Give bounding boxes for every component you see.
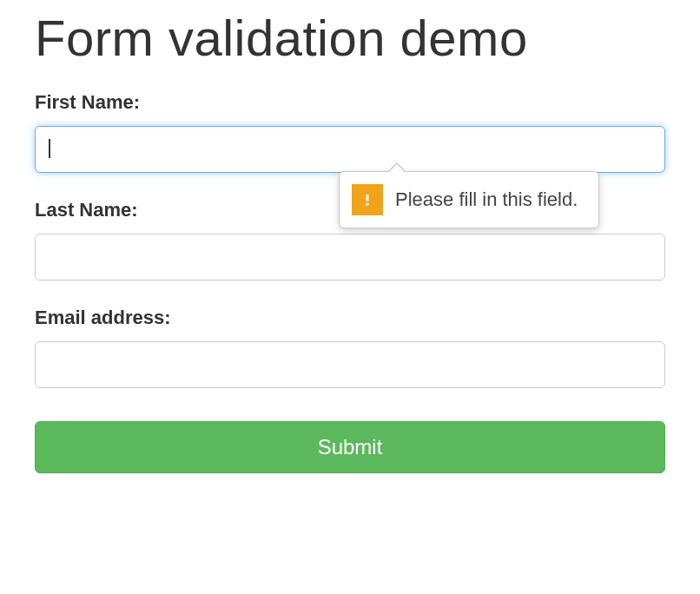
first-name-group: First Name: Please fill in this field. <box>35 91 665 173</box>
first-name-input[interactable] <box>35 126 665 173</box>
first-name-label: First Name: <box>35 91 665 114</box>
last-name-input[interactable] <box>35 234 665 280</box>
tooltip-message: Please fill in this field. <box>395 188 578 211</box>
email-label: Email address: <box>35 307 665 329</box>
submit-button[interactable]: Submit <box>35 421 665 473</box>
warning-icon <box>352 184 383 215</box>
text-caret <box>49 139 50 158</box>
svg-rect-0 <box>367 195 369 201</box>
form-container: Form validation demo First Name: Please … <box>0 0 700 508</box>
page-title: Form validation demo <box>35 9 665 67</box>
email-input[interactable] <box>35 341 665 388</box>
validation-tooltip: Please fill in this field. <box>339 171 599 228</box>
svg-rect-1 <box>367 203 369 206</box>
email-group: Email address: <box>35 307 665 388</box>
